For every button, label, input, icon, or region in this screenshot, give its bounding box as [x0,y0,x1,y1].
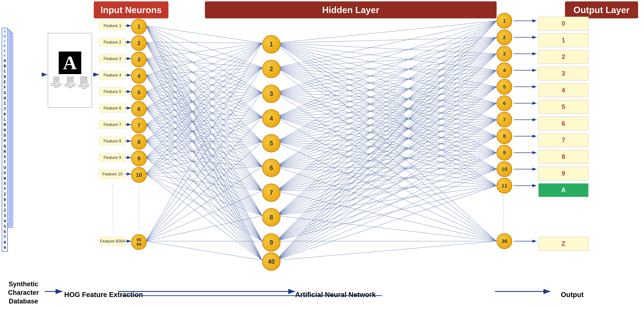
svg-line-135 [276,43,496,169]
svg-line-182 [276,142,496,153]
svg-line-192 [276,120,496,167]
svg-line-104 [146,158,262,241]
svg-line-174 [276,21,496,142]
svg-line-177 [276,70,496,142]
svg-line-61 [146,92,262,167]
svg-line-224 [276,54,496,241]
svg-line-209 [276,191,496,241]
svg-line-197 [276,167,496,241]
svg-line-51 [146,75,262,167]
svg-line-186 [276,21,496,167]
svg-line-90 [146,141,262,142]
output-node-7: 7 [496,112,512,127]
hog-panel: A CellSize = [2 2]Feature length = 26244 [48,33,92,108]
svg-line-191 [276,103,496,167]
svg-line-36 [146,43,262,59]
svg-line-107 [146,68,262,174]
svg-line-123 [146,216,262,241]
input-node-10: 10 [131,167,147,183]
svg-line-53 [146,75,262,216]
svg-line-54 [146,75,262,241]
svg-line-111 [146,167,262,174]
svg-line-172 [276,117,496,186]
svg-line-105 [146,158,262,260]
svg-line-159 [276,92,496,169]
svg-line-176 [276,54,496,142]
svg-line-136 [276,43,496,186]
svg-line-146 [276,68,496,153]
svg-line-38 [146,59,262,92]
svg-line-62 [146,92,262,191]
bottom-flow-line [122,295,382,296]
svg-line-74 [146,108,262,241]
feature-label-4: Feature 4 [99,71,126,79]
svg-line-72 [146,108,262,191]
svg-line-220 [276,186,496,216]
svg-line-17 [146,26,262,68]
svg-line-142 [276,68,496,87]
output-box-1: 1 [538,33,588,47]
svg-line-63 [146,92,262,216]
svg-line-69 [146,108,262,117]
output-box-5: 5 [538,100,588,114]
output-node-8: 8 [496,128,512,144]
svg-line-193 [276,136,496,167]
svg-line-140 [276,54,496,68]
svg-line-165 [276,70,496,117]
svg-line-155 [276,92,496,103]
svg-line-167 [276,103,496,117]
input-node-2: 2 [131,35,147,51]
feature-label-7: Feature 7 [99,120,126,129]
input-node-8: 8 [131,134,147,150]
svg-line-188 [276,54,496,167]
bottom-label-hog: HOG Feature Extraction [64,291,143,299]
svg-line-121 [146,167,262,241]
svg-line-154 [276,87,496,92]
svg-line-194 [276,153,496,167]
output-box-0: 0 [538,17,588,30]
svg-line-56 [146,43,262,92]
svg-line-222 [276,21,496,241]
svg-line-86 [146,43,262,141]
svg-line-163 [276,37,496,117]
svg-line-75 [146,108,262,260]
svg-line-23 [146,26,262,216]
svg-line-189 [276,70,496,167]
output-box-2: 2 [538,50,588,64]
svg-line-241 [276,136,496,260]
svg-line-98 [146,92,262,158]
svg-line-119 [146,117,262,241]
svg-line-52 [146,75,262,191]
svg-line-40 [146,59,262,142]
output-node-9: 9 [496,145,512,160]
svg-line-115 [146,174,262,260]
svg-line-141 [276,68,496,70]
svg-line-20 [146,26,262,142]
svg-line-169 [276,117,496,136]
svg-line-102 [146,158,262,191]
svg-line-183 [276,142,496,169]
svg-line-125 [146,241,262,260]
input-node-6084: 6084 [131,234,147,250]
hidden-node-6: 6 [262,159,280,177]
output-box-Z: Z [538,237,588,251]
svg-line-215 [276,103,496,216]
output-box-8: 8 [538,150,588,164]
svg-line-60 [146,92,262,142]
svg-line-245 [276,241,496,260]
svg-line-76 [146,43,262,125]
feature-label-6084: Feature 6084 [99,237,126,246]
svg-line-50 [146,75,262,142]
svg-line-85 [146,125,262,260]
header-hidden-layer: Hidden Layer [205,1,496,18]
hidden-node-8: 8 [262,208,280,226]
svg-line-130 [276,43,496,87]
svg-line-84 [146,125,262,241]
svg-line-218 [276,153,496,216]
svg-line-79 [146,117,262,125]
svg-line-89 [146,117,262,141]
svg-line-97 [146,68,262,158]
svg-line-100 [146,142,262,158]
svg-line-230 [276,153,496,241]
svg-line-68 [146,92,262,108]
